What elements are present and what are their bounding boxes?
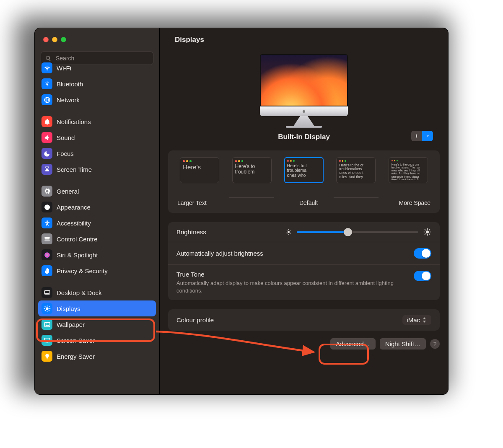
sidebar-item-notifications[interactable]: Notifications xyxy=(38,114,156,129)
colour-profile-value: iMac xyxy=(407,316,420,324)
bell-icon xyxy=(41,116,52,127)
sidebar-item-label: Screen Time xyxy=(57,166,92,173)
svg-point-4 xyxy=(44,252,50,258)
window-controls xyxy=(43,37,66,42)
resolution-option-0[interactable]: Here's xyxy=(180,157,219,183)
svg-line-34 xyxy=(425,229,425,230)
sun-icon xyxy=(41,303,52,314)
main-header: Displays xyxy=(160,28,448,52)
add-display-button[interactable] xyxy=(411,131,422,141)
sidebar-item-label: Focus xyxy=(57,150,74,157)
sidebar-item-control-centre[interactable]: Control Centre xyxy=(38,231,156,247)
svg-line-28 xyxy=(287,233,287,234)
svg-rect-3 xyxy=(44,239,50,241)
auto-brightness-row: Automatically adjust brightness xyxy=(168,242,440,264)
colour-profile-card: Colour profile iMac xyxy=(168,309,440,331)
sidebar-item-screen-time[interactable]: Screen Time xyxy=(38,161,156,177)
sidebar-item-label: Accessibility xyxy=(57,220,91,227)
brightness-card: Brightness Automatically adjust brightne… xyxy=(168,222,440,300)
svg-line-14 xyxy=(49,306,49,307)
svg-rect-6 xyxy=(45,293,49,294)
sidebar-item-label: Siri & Spotlight xyxy=(57,251,98,259)
svg-line-13 xyxy=(49,310,49,311)
sidebar-item-focus[interactable]: Focus xyxy=(38,145,156,161)
sidebar-item-label: Wallpaper xyxy=(57,321,85,328)
sidebar-item-label: Notifications xyxy=(57,118,91,125)
close-button[interactable] xyxy=(43,37,49,42)
display-menu-button[interactable] xyxy=(422,131,433,141)
sidebar-list: Wi-FiBluetoothNetworkNotificationsSoundF… xyxy=(35,58,159,394)
resolution-larger-label: Larger Text xyxy=(177,199,207,206)
sidebar-item-wi-fi[interactable]: Wi-Fi xyxy=(38,60,156,76)
brightness-high-icon xyxy=(423,228,431,236)
moon-icon xyxy=(41,148,52,159)
sidebar-item-label: Bluetooth xyxy=(57,80,83,88)
footer-buttons: Advanced… Night Shift… ? xyxy=(160,331,448,350)
display-preview: Built-in Display xyxy=(160,54,448,141)
appearance-icon xyxy=(41,202,52,212)
wifi-icon xyxy=(41,62,52,73)
colour-profile-label: Colour profile xyxy=(176,316,214,324)
auto-brightness-toggle[interactable] xyxy=(414,248,431,259)
night-shift-button[interactable]: Night Shift… xyxy=(380,338,426,350)
switches-icon xyxy=(41,233,52,244)
globe-icon xyxy=(41,94,52,105)
svg-line-37 xyxy=(425,233,425,234)
svg-point-20 xyxy=(288,231,290,233)
gear-icon xyxy=(41,186,52,197)
speaker-icon xyxy=(41,132,52,143)
svg-line-36 xyxy=(429,229,430,230)
sidebar-item-label: Privacy & Security xyxy=(57,267,108,274)
svg-rect-2 xyxy=(44,237,50,238)
true-tone-row: True Tone Automatically adapt display to… xyxy=(168,264,440,300)
sidebar-item-appearance[interactable]: Appearance xyxy=(38,199,156,215)
sidebar-item-displays[interactable]: Displays xyxy=(38,300,156,316)
sidebar-item-screen-saver[interactable]: Screen Saver xyxy=(38,332,156,348)
svg-line-25 xyxy=(287,230,287,230)
minimize-button[interactable] xyxy=(52,37,57,42)
display-arrangement-actions xyxy=(411,131,433,141)
svg-line-15 xyxy=(44,310,45,311)
sidebar-item-accessibility[interactable]: Accessibility xyxy=(38,215,156,231)
brightness-label: Brightness xyxy=(176,228,206,236)
sidebar-item-desktop-dock[interactable]: Desktop & Dock xyxy=(38,285,156,300)
sidebar-item-general[interactable]: General xyxy=(38,183,156,199)
accessibility-icon xyxy=(41,218,52,228)
sidebar-item-label: Sound xyxy=(57,134,75,141)
resolution-option-1[interactable]: Here's to troublem xyxy=(232,157,272,183)
sidebar-item-wallpaper[interactable]: Wallpaper xyxy=(38,316,156,332)
sidebar-item-label: General xyxy=(57,188,79,195)
bluetooth-icon xyxy=(41,78,52,89)
resolution-option-2[interactable]: Here's to t troublema ones who xyxy=(284,157,324,183)
sidebar-item-siri-spotlight[interactable]: Siri & Spotlight xyxy=(38,247,156,263)
advanced-button[interactable]: Advanced… xyxy=(330,338,376,350)
sidebar-item-label: Energy Saver xyxy=(57,353,95,360)
sidebar-item-label: Desktop & Dock xyxy=(57,289,102,296)
svg-line-35 xyxy=(429,233,430,234)
svg-point-1 xyxy=(46,220,47,221)
svg-line-26 xyxy=(290,233,290,234)
sidebar-item-privacy-security[interactable]: Privacy & Security xyxy=(38,263,156,279)
imac-illustration xyxy=(260,54,348,128)
updown-chevron-icon xyxy=(423,316,429,324)
help-button[interactable]: ? xyxy=(430,339,440,349)
zoom-button[interactable] xyxy=(61,37,66,42)
resolution-option-3[interactable]: Here's to the cr troublemakers. ones who… xyxy=(336,157,376,183)
colour-profile-select[interactable]: iMac xyxy=(402,315,431,325)
main-content: Displays Built-in Display xyxy=(160,28,448,394)
system-settings-window: Wi-FiBluetoothNetworkNotificationsSoundF… xyxy=(34,28,449,395)
brightness-slider[interactable] xyxy=(297,231,418,233)
resolution-option-4[interactable]: Here's to the crazy one troublemakers. T… xyxy=(389,157,428,183)
screensaver-icon xyxy=(41,335,52,346)
svg-line-12 xyxy=(44,306,45,307)
sidebar-item-energy-saver[interactable]: Energy Saver xyxy=(38,348,156,364)
sidebar-item-bluetooth[interactable]: Bluetooth xyxy=(38,76,156,92)
sidebar-item-network[interactable]: Network xyxy=(38,92,156,108)
sidebar-item-sound[interactable]: Sound xyxy=(38,129,156,145)
brightness-low-icon xyxy=(285,229,292,235)
sidebar: Wi-FiBluetoothNetworkNotificationsSoundF… xyxy=(35,28,160,394)
true-tone-toggle[interactable] xyxy=(414,271,431,281)
bulb-icon xyxy=(41,351,52,362)
svg-point-17 xyxy=(46,324,47,324)
sidebar-item-label: Network xyxy=(57,96,80,104)
